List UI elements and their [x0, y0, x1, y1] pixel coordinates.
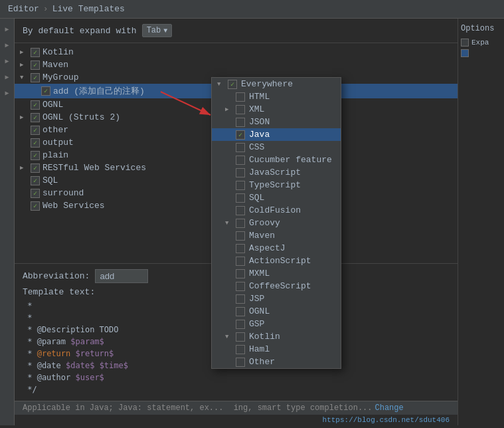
di-checkbox[interactable]: [236, 219, 245, 228]
tree-checkbox[interactable]: [31, 73, 40, 82]
left-icon-3[interactable]: ▶: [2, 56, 13, 66]
dropdown-item-kotlin[interactable]: Kotlin: [212, 330, 341, 343]
left-icons-panel: ▶ ▶ ▶ ▶ ▶: [0, 19, 15, 425]
dropdown-item-coffeescript[interactable]: CoffeeScript: [212, 280, 341, 292]
dropdown-label: Maven: [249, 231, 275, 241]
tree-checkbox[interactable]: [31, 100, 40, 110]
tree-checkbox[interactable]: [31, 189, 40, 198]
di-checkbox[interactable]: [228, 80, 237, 89]
status-separator: [226, 403, 230, 413]
di-checkbox[interactable]: [236, 105, 245, 114]
dropdown-item-haml[interactable]: Haml: [212, 343, 341, 356]
di-checkbox[interactable]: [236, 206, 245, 215]
dropdown-label: SQL: [249, 193, 264, 203]
dropdown-label: Groovy: [249, 218, 280, 228]
abbrev-input[interactable]: [95, 269, 148, 283]
di-checkbox[interactable]: [236, 320, 245, 329]
dropdown-label: Everywhere: [241, 79, 293, 89]
dropdown-item-css[interactable]: CSS: [212, 141, 341, 154]
tree-checkbox[interactable]: [31, 48, 40, 57]
dropdown-label: XML: [249, 104, 264, 114]
di-checkbox[interactable]: [236, 257, 245, 266]
di-checkbox[interactable]: [236, 193, 245, 203]
di-checkbox[interactable]: [236, 282, 245, 291]
di-checkbox[interactable]: [236, 118, 245, 127]
status-text: Applicable in Java; Java: statement, ex.…: [23, 403, 223, 413]
di-checkbox[interactable]: [236, 345, 245, 354]
dropdown-item-typescript[interactable]: TypeScript: [212, 179, 341, 191]
dropdown-item-aspectj[interactable]: AspectJ: [212, 242, 341, 255]
dropdown-item-json[interactable]: JSON: [212, 116, 341, 128]
dropdown-item-java[interactable]: Java: [212, 128, 341, 141]
change-link[interactable]: Change: [375, 403, 404, 413]
di-checkbox[interactable]: [236, 143, 245, 152]
dropdown-item-actionscript[interactable]: ActionScript: [212, 255, 341, 267]
dropdown-item-jsp[interactable]: JSP: [212, 292, 341, 305]
options-label: Options: [461, 24, 501, 33]
di-checkbox[interactable]: [236, 358, 245, 367]
dropdown-item-javascript[interactable]: JavaScript: [212, 166, 341, 179]
dropdown-label: CoffeeScript: [249, 281, 311, 291]
di-checkbox[interactable]: [236, 130, 245, 140]
tree-checkbox[interactable]: [31, 151, 40, 160]
tree-checkbox[interactable]: [31, 138, 40, 148]
tree-item-maven[interactable]: Maven: [15, 58, 458, 71]
chevron-icon: [20, 114, 28, 121]
dropdown-label: Other: [249, 357, 275, 367]
dropdown-item-gsp[interactable]: GSP: [212, 318, 341, 330]
dropdown-item-mxml[interactable]: MXML: [212, 267, 341, 280]
di-checkbox[interactable]: [236, 231, 245, 241]
dropdown-item-maven[interactable]: Maven: [212, 229, 341, 242]
left-icon-5[interactable]: ▶: [2, 88, 13, 98]
left-icon-2[interactable]: ▶: [2, 40, 13, 51]
dropdown-item-html[interactable]: HTML: [212, 90, 341, 103]
di-checkbox[interactable]: [236, 307, 245, 316]
dropdown-item-sql[interactable]: SQL: [212, 191, 341, 204]
dropdown-item-cucumber[interactable]: Cucumber feature: [212, 154, 341, 166]
expand-checkbox2[interactable]: [461, 49, 469, 57]
dropdown-item-xml[interactable]: XML: [212, 103, 341, 116]
breadcrumb-editor[interactable]: Editor: [8, 4, 39, 14]
di-checkbox[interactable]: [236, 244, 245, 253]
dropdown-label: AspectJ: [249, 243, 286, 253]
dropdown-label: CSS: [249, 142, 264, 152]
tree-checkbox[interactable]: [31, 163, 40, 173]
left-icon-1[interactable]: ▶: [2, 24, 13, 35]
di-checkbox[interactable]: [236, 181, 245, 190]
tree-checkbox[interactable]: [31, 176, 40, 185]
di-checkbox[interactable]: [236, 294, 245, 304]
tree-checkbox[interactable]: [31, 113, 40, 122]
chevron-icon: [217, 81, 224, 88]
dropdown-item-groovy[interactable]: Groovy: [212, 217, 341, 229]
tree-checkbox[interactable]: [31, 60, 40, 70]
expand-dropdown[interactable]: Tab ▼: [142, 24, 173, 37]
dropdown-item-ognl[interactable]: OGNL: [212, 305, 341, 318]
dropdown-item-other[interactable]: Other: [212, 356, 341, 368]
di-checkbox[interactable]: [236, 156, 245, 165]
settings-panel: By default expand with Tab ▼ Kotlin Mave…: [15, 19, 458, 425]
url-text: https://blog.csdn.net/sdut406: [323, 416, 450, 424]
expand-checkbox[interactable]: [461, 39, 469, 47]
status-extra: ing, smart type completion...: [234, 403, 373, 413]
dropdown-item-coldfusion[interactable]: ColdFusion: [212, 204, 341, 217]
breadcrumb-live-templates: Live Templates: [52, 4, 125, 14]
di-checkbox[interactable]: [236, 269, 245, 278]
tree-checkbox[interactable]: [31, 201, 40, 211]
di-checkbox[interactable]: [236, 92, 245, 102]
expand-value: Tab: [147, 26, 161, 35]
dropdown-label: ActionScript: [249, 256, 311, 266]
chevron-icon: [20, 61, 28, 68]
chevron-icon: [225, 106, 232, 113]
di-checkbox[interactable]: [236, 332, 245, 342]
expand-option-row: Expa: [461, 39, 501, 47]
tree-checkbox[interactable]: [31, 126, 40, 135]
abbrev-label: Abbreviation:: [23, 271, 90, 281]
status-bar: Applicable in Java; Java: statement, ex.…: [15, 401, 458, 415]
left-icon-4[interactable]: ▶: [2, 72, 13, 82]
dropdown-item-everywhere[interactable]: Everywhere: [212, 78, 341, 90]
tree-checkbox[interactable]: [41, 86, 50, 96]
chevron-down-icon: ▼: [163, 27, 167, 35]
tree-item-kotlin[interactable]: Kotlin: [15, 46, 458, 58]
di-checkbox[interactable]: [236, 168, 245, 177]
expand-bar: By default expand with Tab ▼: [15, 19, 458, 43]
